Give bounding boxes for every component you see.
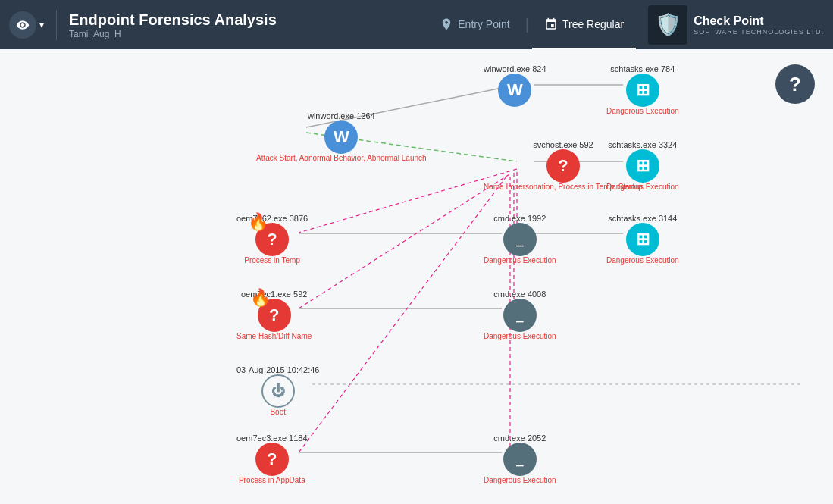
node-cmd2052-label: cmd.exe 2052 [493,434,546,443]
nav-tree-regular[interactable]: Tree Regular [532,0,636,49]
help-button[interactable]: ? [775,64,815,104]
node-oem7ec1-592[interactable]: oem7ec1.exe 592 🔥 ? Same Hash/Diff Name [236,288,312,340]
node-oem7ec3-1184-label: oem7ec3.exe 1184 [236,434,308,443]
node-winword824-icon: W [498,74,531,107]
logo-name: Check Point [694,14,824,28]
node-schtasks784-icon: ⊞ [626,74,659,107]
help-label: ? [789,73,801,96]
forensics-canvas: ? winword.exe 1264 W [0,49,833,504]
node-schtasks3144-icon: ⊞ [626,223,659,256]
node-schtasks3324-icon: ⊞ [626,149,659,183]
node-cmd4008-icon: _ [503,299,537,332]
node-winword1264[interactable]: winword.exe 1264 W Attack Start, Abnorma… [256,110,427,162]
node-cmd2052-sublabel: Dangerous Execution [484,476,556,484]
node-cmd1992-label: cmd.exe 1992 [493,214,546,223]
node-schtasks3324-label: schtasks.exe 3324 [608,140,677,149]
logo-icon: 🛡️ [648,5,687,45]
node-winword824-label: winword.exe 824 [484,64,546,74]
node-oem7ec1-592-label: oem7ec1.exe 592 [241,290,307,299]
node-oem7ec1-592-icon: 🔥 ? [258,299,291,332]
node-winword824[interactable]: winword.exe 824 W [484,63,546,107]
svg-line-11 [299,177,506,452]
node-boot-sublabel: Boot [270,408,286,416]
node-winword1264-sublabel: Attack Start, Abnormal Behavior, Abnorma… [256,154,427,162]
node-cmd2052[interactable]: cmd.exe 2052 _ Dangerous Execution [484,432,556,484]
logo-area: 🛡️ Check Point SOFTWARE TECHNOLOGIES LTD… [648,5,824,45]
node-cmd1992-icon: _ [503,223,537,256]
nav-entry-point[interactable]: Entry Point [427,0,521,49]
node-cmd2052-icon: _ [503,443,537,476]
nav-separator: | [522,16,532,33]
node-schtasks784-label: schtasks.exe 784 [610,64,675,74]
header: ▾ Endpoint Forensics Analysis Tami_Aug_H… [0,0,833,49]
app-title: Endpoint Forensics Analysis [69,11,427,29]
node-winword1264-icon: W [324,121,358,154]
node-cmd1992-sublabel: Dangerous Execution [484,256,556,265]
node-schtasks3144[interactable]: schtasks.exe 3144 ⊞ Dangerous Execution [606,212,679,265]
node-oem7ec3-1184-sublabel: Process in AppData [239,476,305,484]
node-cmd4008-label: cmd.exe 4008 [493,290,546,299]
header-divider [56,10,57,40]
node-oem7ec1-592-sublabel: Same Hash/Diff Name [236,332,312,340]
node-oem7e62-3876-label: oem7e62.exe 3876 [236,214,308,223]
node-oem7ec3-1184-icon: ? [255,443,289,476]
header-nav: Entry Point | Tree Regular [427,0,636,49]
node-schtasks3324-sublabel: Dangerous Execution [606,183,679,191]
app-subtitle: Tami_Aug_H [69,29,427,39]
node-oem7e62-3876-sublabel: Process in Temp [244,256,300,265]
nav-tree-regular-label: Tree Regular [562,18,624,30]
nav-entry-point-label: Entry Point [458,18,509,30]
node-boot-date-label: 03-Aug-2015 10:42:46 [236,365,319,374]
node-boot-icon: ⏻ [261,374,295,408]
logo-sub: SOFTWARE TECHNOLOGIES LTD. [694,28,824,36]
node-schtasks3324[interactable]: schtasks.exe 3324 ⊞ Dangerous Execution [606,139,679,191]
eye-dropdown[interactable]: ▾ [39,20,44,30]
node-cmd4008-sublabel: Dangerous Execution [484,332,556,340]
node-cmd1992[interactable]: cmd.exe 1992 _ Dangerous Execution [484,212,556,265]
node-schtasks3144-sublabel: Dangerous Execution [606,256,679,265]
node-schtasks784[interactable]: schtasks.exe 784 ⊞ Dangerous Execution [606,63,679,115]
title-block: Endpoint Forensics Analysis Tami_Aug_H [69,11,427,39]
node-boot[interactable]: 03-Aug-2015 10:42:46 ⏻ Boot [236,364,319,416]
node-oem7e62-3876[interactable]: oem7e62.exe 3876 🔥 ? Process in Temp [236,212,308,265]
svg-line-8 [299,174,509,308]
node-cmd4008[interactable]: cmd.exe 4008 _ Dangerous Execution [484,288,556,340]
node-oem7e62-3876-icon: 🔥 ? [255,223,289,256]
eye-button[interactable] [9,11,36,39]
node-schtasks3144-label: schtasks.exe 3144 [608,214,677,223]
node-oem7ec3-1184[interactable]: oem7ec3.exe 1184 ? Process in AppData [236,432,308,484]
node-svchost592-icon: ? [546,149,580,183]
node-winword1264-label: winword.exe 1264 [308,111,375,121]
node-schtasks784-sublabel: Dangerous Execution [606,107,679,115]
node-svchost592-label: svchost.exe 592 [533,140,593,149]
